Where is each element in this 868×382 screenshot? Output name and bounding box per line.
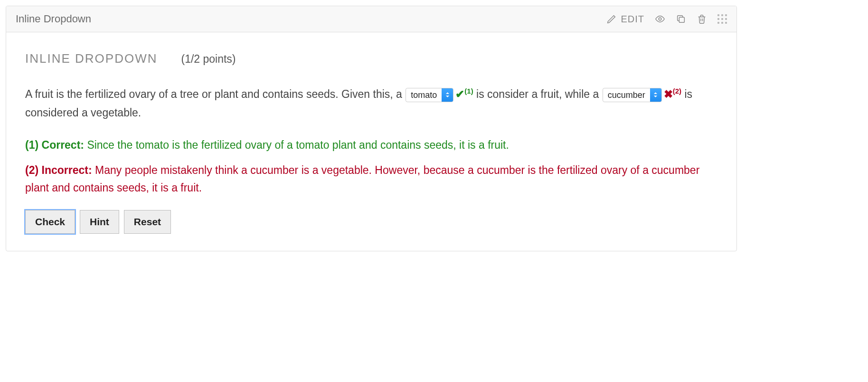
dropdown-arrows-icon (442, 88, 453, 102)
dropdown-1-ref: (1) (464, 87, 473, 95)
feedback-correct-label: Correct: (42, 139, 84, 151)
feedback-correct: (1) Correct: Since the tomato is the fer… (25, 136, 717, 154)
button-row: Check Hint Reset (25, 210, 717, 234)
eye-icon[interactable] (655, 14, 665, 24)
edit-label: EDIT (621, 14, 644, 25)
dropdown-2-value: cucumber (603, 88, 650, 102)
problem-title: INLINE DROPDOWN (25, 51, 157, 66)
problem-title-row: INLINE DROPDOWN (1/2 points) (25, 51, 717, 66)
dropdown-arrows-icon (650, 88, 661, 102)
feedback-incorrect-ref: (2) (25, 164, 38, 176)
copy-icon[interactable] (676, 14, 686, 24)
question-text: A fruit is the fertilized ovary of a tre… (25, 85, 717, 122)
component-card: Inline Dropdown EDIT (6, 6, 737, 251)
question-part-1: A fruit is the fertilized ovary of a tre… (25, 88, 405, 100)
reset-button[interactable]: Reset (124, 210, 171, 234)
question-part-2: is consider a fruit, while a (476, 88, 602, 100)
check-icon: ✔ (455, 88, 464, 100)
svg-rect-1 (679, 17, 684, 22)
hint-button[interactable]: Hint (80, 210, 119, 234)
card-title: Inline Dropdown (16, 13, 91, 25)
feedback-incorrect-label: Incorrect: (42, 164, 92, 176)
pencil-icon (606, 14, 617, 24)
trash-icon[interactable] (697, 14, 707, 24)
feedback-correct-text: Since the tomato is the fertilized ovary… (87, 139, 509, 151)
points-label: (1/2 points) (181, 53, 236, 66)
card-header: Inline Dropdown EDIT (6, 6, 736, 32)
dropdown-1-value: tomato (406, 88, 442, 102)
header-actions: EDIT (606, 14, 727, 25)
svg-point-0 (659, 18, 661, 20)
dropdown-2-ref: (2) (673, 87, 681, 95)
feedback-incorrect-text: Many people mistakenly think a cucumber … (25, 164, 699, 194)
feedback-incorrect: (2) Incorrect: Many people mistakenly th… (25, 162, 717, 197)
check-button[interactable]: Check (25, 210, 75, 234)
drag-handle-icon[interactable] (717, 14, 727, 24)
dropdown-1[interactable]: tomato (406, 88, 453, 102)
x-icon: ✖ (664, 88, 673, 100)
card-body: INLINE DROPDOWN (1/2 points) A fruit is … (6, 32, 736, 251)
edit-button[interactable]: EDIT (606, 14, 644, 25)
dropdown-2[interactable]: cucumber (603, 88, 662, 102)
feedback-correct-ref: (1) (25, 139, 38, 151)
